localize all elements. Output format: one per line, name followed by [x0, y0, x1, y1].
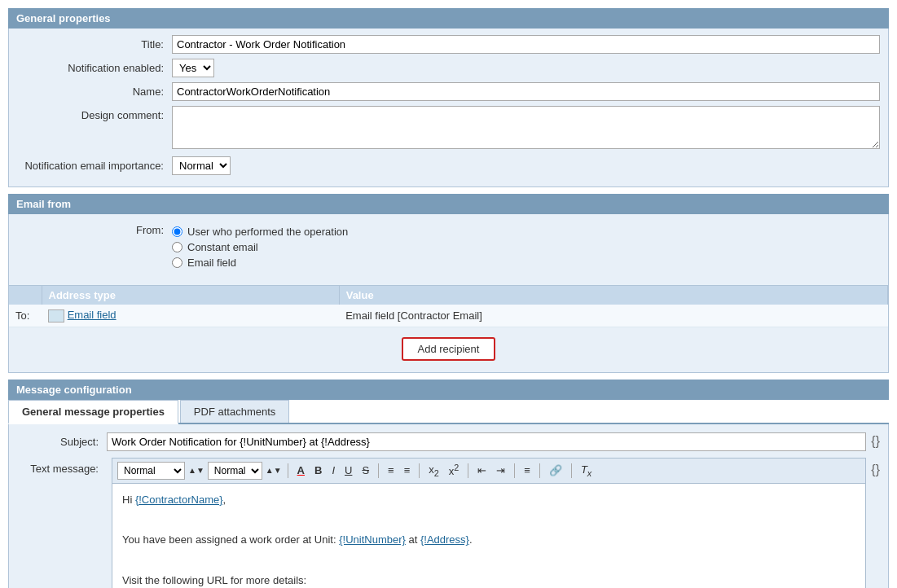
importance-row: Notification email importance: Low Norma…: [17, 156, 880, 175]
recipient-table: Address type Value To: Email field Email…: [9, 286, 888, 327]
design-comment-textarea[interactable]: [172, 106, 880, 149]
radio-user-row[interactable]: User who performed the operation: [172, 226, 880, 238]
subject-brace-icon[interactable]: {}: [871, 434, 880, 449]
separator-5: [514, 463, 515, 478]
superscript-button[interactable]: x2: [446, 462, 463, 478]
email-from-header: Email from: [8, 194, 889, 214]
editor-line-2: [122, 511, 855, 529]
radio-field-row[interactable]: Email field: [172, 257, 880, 269]
name-label: Name:: [17, 82, 172, 98]
general-properties-content: Title: Notification enabled: Yes No Name…: [8, 29, 889, 187]
tab-pdf-attachments[interactable]: PDF attachments: [180, 400, 289, 423]
recipient-table-header-row: Address type Value: [9, 286, 888, 305]
text-message-brace-icon[interactable]: {}: [871, 458, 880, 477]
text-message-row: Text message: Normal Heading 1 Heading 2…: [17, 458, 880, 588]
email-from-section: Email from From: User who performed the …: [8, 194, 889, 373]
subject-row: Subject: {}: [17, 432, 880, 451]
message-configuration-section: Message configuration General message pr…: [8, 380, 889, 588]
table-row: To: Email field Email field [Contractor …: [9, 305, 888, 327]
col-empty: [9, 286, 42, 305]
general-properties-header: General properties: [8, 8, 889, 29]
radio-field[interactable]: [172, 257, 182, 268]
col-address-type: Address type: [42, 286, 339, 305]
italic-button[interactable]: I: [328, 463, 338, 477]
add-recipient-button[interactable]: Add recipient: [402, 337, 496, 361]
subscript-button[interactable]: x2: [425, 463, 442, 479]
title-label: Title:: [17, 35, 172, 50]
editor-wrap: Normal Heading 1 Heading 2 Heading 3 ▲▼ …: [112, 458, 866, 588]
subject-wrap: {}: [107, 432, 880, 451]
contractor-name-token: {!ContractorName}: [135, 494, 223, 506]
title-row: Title:: [17, 35, 880, 54]
subject-label: Subject:: [17, 432, 107, 448]
editor-line-4: [122, 552, 855, 569]
design-comment-row: Design comment:: [17, 106, 880, 151]
text-message-label: Text message:: [17, 458, 107, 475]
editor-line-1: Hi {!ContractorName},: [122, 492, 855, 509]
separator-2: [378, 463, 379, 478]
separator-7: [571, 463, 572, 478]
clear-format-button[interactable]: Tx: [578, 463, 595, 479]
email-field-link[interactable]: Email field: [68, 309, 117, 321]
notification-enabled-label: Notification enabled:: [17, 59, 172, 74]
strikethrough-button[interactable]: S: [358, 463, 372, 477]
message-configuration-header: Message configuration: [8, 380, 889, 400]
design-comment-label: Design comment:: [17, 106, 172, 121]
editor-toolbar: Normal Heading 1 Heading 2 Heading 3 ▲▼ …: [112, 458, 866, 484]
from-radio-group: User who performed the operation Constan…: [172, 221, 880, 274]
recipient-section: Address type Value To: Email field Email…: [8, 286, 889, 373]
format-style-select[interactable]: Normal Heading 1 Heading 2 Heading 3: [117, 462, 185, 480]
notification-enabled-select[interactable]: Yes No: [172, 59, 214, 77]
underline-button[interactable]: U: [341, 463, 355, 477]
recipient-address-type-cell: Email field: [42, 305, 339, 327]
recipient-value-cell: Email field [Contractor Email]: [339, 305, 887, 327]
notification-enabled-row: Notification enabled: Yes No: [17, 59, 880, 77]
general-properties-section: General properties Title: Notification e…: [8, 8, 889, 187]
radio-constant-row[interactable]: Constant email: [172, 241, 880, 253]
page-wrapper: General properties Title: Notification e…: [0, 0, 897, 588]
align-button[interactable]: ≡: [521, 463, 534, 477]
separator-6: [539, 463, 540, 478]
from-label: From:: [17, 221, 172, 236]
name-input[interactable]: [172, 82, 880, 101]
indent-less-button[interactable]: ⇤: [474, 463, 490, 477]
radio-user-label: User who performed the operation: [187, 226, 348, 238]
indent-more-button[interactable]: ⇥: [493, 463, 508, 477]
separator-1: [288, 463, 288, 478]
address-token: {!Address}: [420, 533, 469, 546]
separator-4: [468, 463, 468, 478]
editor-line-3: You have been assigned a work order at U…: [122, 532, 855, 549]
radio-field-label: Email field: [187, 257, 236, 269]
unit-number-token: {!UnitNumber}: [339, 533, 406, 546]
importance-select[interactable]: Low Normal High: [172, 156, 231, 175]
radio-constant[interactable]: [172, 242, 182, 252]
bold-button[interactable]: B: [311, 463, 325, 477]
ordered-list-button[interactable]: ≡: [385, 463, 398, 477]
title-input[interactable]: [172, 35, 880, 54]
add-recipient-wrap: Add recipient: [9, 327, 888, 364]
radio-constant-label: Constant email: [187, 241, 258, 253]
email-icon: [48, 309, 64, 323]
link-button[interactable]: 🔗: [546, 463, 565, 477]
editor-area[interactable]: Hi {!ContractorName}, You have been assi…: [112, 484, 866, 588]
tab-general-message-properties[interactable]: General message properties: [8, 400, 178, 424]
from-row: From: User who performed the operation C…: [17, 221, 880, 274]
msg-content: Subject: {} Text message: Normal Heading…: [8, 424, 889, 588]
subject-input[interactable]: [107, 432, 866, 451]
font-size-select[interactable]: Normal 8 10 12 14: [208, 462, 262, 480]
email-from-content: From: User who performed the operation C…: [8, 214, 889, 286]
tab-bar: General message properties PDF attachmen…: [8, 400, 889, 424]
radio-user[interactable]: [172, 226, 182, 237]
toolbar-arrow-2: ▲▼: [266, 466, 282, 475]
toolbar-arrow-1: ▲▼: [188, 466, 204, 475]
font-color-button[interactable]: A: [294, 463, 308, 477]
recipient-prefix: To:: [9, 305, 42, 327]
importance-label: Notification email importance:: [17, 156, 172, 172]
editor-line-5: Visit the following URL for more details…: [122, 573, 855, 588]
separator-3: [419, 463, 420, 478]
col-value: Value: [339, 286, 887, 305]
unordered-list-button[interactable]: ≡: [401, 463, 414, 477]
name-row: Name:: [17, 82, 880, 101]
